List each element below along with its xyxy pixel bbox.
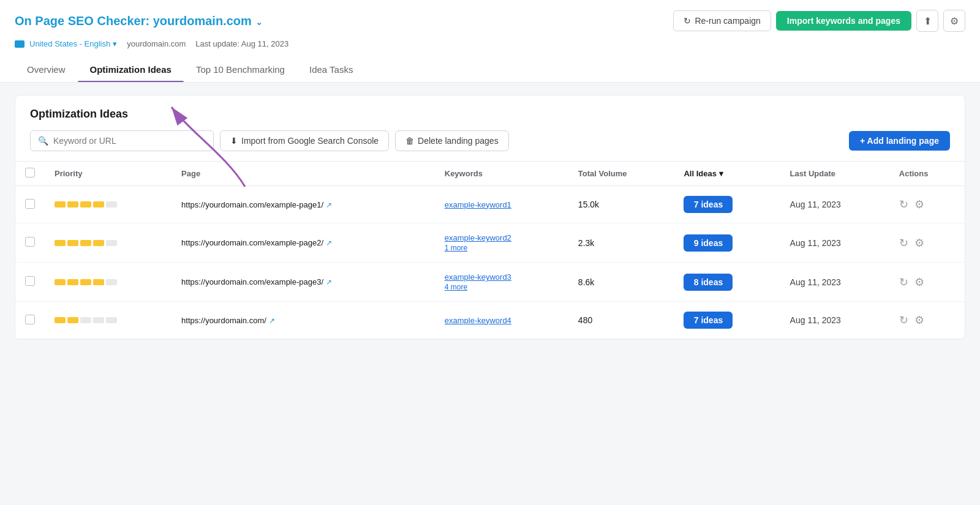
tab-overview[interactable]: Overview (15, 57, 78, 82)
last-update-cell: Aug 11, 2023 (780, 302, 889, 339)
import-keywords-button[interactable]: Import keywords and pages (776, 11, 911, 31)
keyword-link[interactable]: example-keyword3 (445, 272, 559, 282)
action-icons: ↻ ⚙ (899, 236, 955, 250)
priority-bar-empty (80, 317, 91, 323)
priority-bar-filled (93, 201, 104, 208)
col-keywords: Keywords (435, 162, 568, 186)
all-ideas-filter-button[interactable]: All Ideas ▾ (684, 169, 723, 178)
page-url: https://yourdomain.com/example-page3/↗ (181, 277, 425, 286)
header-actions: ↻ Re-run campaign Import keywords and pa… (673, 10, 965, 32)
priority-bar-filled (67, 317, 78, 323)
import-gsc-button[interactable]: ⬇ Import from Google Search Console (220, 130, 389, 151)
table-row: https://yourdomain.com/example-page1/↗ex… (15, 186, 965, 223)
priority-bar-filled (55, 317, 66, 323)
more-keywords-link[interactable]: 1 more (445, 244, 467, 252)
last-update-cell: Aug 11, 2023 (780, 263, 889, 302)
table-row: https://yourdomain.com/↗example-keyword4… (15, 302, 965, 339)
row-checkbox[interactable] (25, 199, 35, 209)
keyword-link[interactable]: example-keyword1 (445, 200, 559, 209)
domain-chevron-icon[interactable]: ⌄ (253, 17, 263, 27)
refresh-icon[interactable]: ↻ (899, 236, 908, 250)
import-icon: ⬇ (230, 136, 238, 146)
external-link-icon[interactable]: ↗ (326, 201, 332, 209)
search-box[interactable]: 🔍 (30, 130, 214, 151)
priority-indicator (55, 317, 162, 323)
ideas-badge[interactable]: 7 ideas (684, 196, 733, 213)
search-input[interactable] (53, 136, 206, 146)
ideas-badge[interactable]: 8 ideas (684, 274, 733, 291)
external-link-icon[interactable]: ↗ (326, 278, 332, 286)
refresh-icon[interactable]: ↻ (899, 198, 908, 211)
tab-optimization-ideas[interactable]: Optimization Ideas (78, 57, 184, 82)
priority-bar-filled (55, 201, 66, 208)
ideas-badge[interactable]: 9 ideas (684, 234, 733, 252)
priority-indicator (55, 201, 162, 208)
more-keywords-link[interactable]: 4 more (445, 283, 467, 291)
external-link-icon[interactable]: ↗ (326, 239, 332, 247)
tab-idea-tasks[interactable]: Idea Tasks (297, 57, 365, 82)
table-header-row: Priority Page Keywords Total Volume All … (15, 162, 965, 186)
select-all-checkbox[interactable] (25, 168, 35, 178)
volume-cell: 15.0k (568, 186, 674, 223)
card-title: Optimization Ideas (30, 108, 950, 121)
header-sub: United States - English ▾ yourdomain.com… (15, 39, 965, 57)
delete-landing-button[interactable]: 🗑 Delete landing pages (395, 130, 509, 151)
priority-bar-filled (67, 240, 78, 246)
share-button[interactable]: ⬆ (916, 10, 938, 32)
last-update-cell: Aug 11, 2023 (780, 223, 889, 263)
settings-row-icon[interactable]: ⚙ (914, 236, 924, 250)
locale-label: United States - English (29, 39, 110, 48)
keyword-link[interactable]: example-keyword4 (445, 316, 559, 325)
priority-indicator (55, 279, 162, 285)
toolbar: 🔍 ⬇ Import from Google Search Console 🗑 … (30, 130, 950, 161)
page-url: https://yourdomain.com/example-page2/↗ (181, 238, 425, 247)
add-landing-button[interactable]: + Add landing page (849, 131, 950, 151)
row-checkbox[interactable] (25, 237, 35, 247)
rerun-button[interactable]: ↻ Re-run campaign (673, 10, 771, 31)
priority-bar-filled (55, 279, 66, 285)
header: On Page SEO Checker: yourdomain.com ⌄ ↻ … (0, 0, 980, 83)
col-ideas[interactable]: All Ideas ▾ (674, 162, 780, 186)
priority-bar-filled (80, 201, 91, 208)
table-row: https://yourdomain.com/example-page3/↗ex… (15, 263, 965, 302)
priority-bar-filled (67, 201, 78, 208)
tab-top10[interactable]: Top 10 Benchmarking (184, 57, 297, 82)
settings-row-icon[interactable]: ⚙ (914, 198, 924, 211)
gear-icon: ⚙ (950, 15, 959, 27)
row-checkbox[interactable] (25, 276, 35, 286)
col-last-update: Last Update (780, 162, 889, 186)
col-checkbox (15, 162, 45, 186)
col-volume: Total Volume (568, 162, 674, 186)
col-priority: Priority (45, 162, 172, 186)
tabs: Overview Optimization Ideas Top 10 Bench… (15, 57, 965, 82)
page-url: https://yourdomain.com/example-page1/↗ (181, 200, 425, 209)
page-title: On Page SEO Checker: yourdomain.com ⌄ (15, 14, 263, 28)
results-table: Priority Page Keywords Total Volume All … (15, 161, 965, 339)
refresh-icon[interactable]: ↻ (899, 313, 908, 327)
row-checkbox[interactable] (25, 315, 35, 324)
settings-row-icon[interactable]: ⚙ (914, 275, 924, 289)
share-icon: ⬆ (924, 15, 932, 27)
locale-chevron-icon: ▾ (113, 39, 117, 48)
settings-button[interactable]: ⚙ (943, 10, 965, 32)
keyword-link[interactable]: example-keyword2 (445, 233, 559, 242)
optimization-ideas-card: Optimization Ideas 🔍 ⬇ Import from Googl… (15, 95, 965, 340)
settings-row-icon[interactable]: ⚙ (914, 313, 924, 327)
domain-link[interactable]: yourdomain.com (153, 14, 252, 28)
priority-bar-filled (93, 279, 104, 285)
priority-bar-filled (93, 240, 104, 246)
ideas-badge[interactable]: 7 ideas (684, 312, 733, 329)
priority-bar-empty (106, 201, 117, 208)
table-row: https://yourdomain.com/example-page2/↗ex… (15, 223, 965, 263)
refresh-icon[interactable]: ↻ (899, 275, 908, 289)
card-header: Optimization Ideas 🔍 ⬇ Import from Googl… (15, 95, 965, 161)
locale-button[interactable]: United States - English ▾ (15, 39, 117, 48)
col-page: Page (172, 162, 435, 186)
domain-label: yourdomain.com (127, 39, 186, 48)
external-link-icon[interactable]: ↗ (269, 316, 275, 325)
main-content: Optimization Ideas 🔍 ⬇ Import from Googl… (0, 83, 980, 352)
volume-cell: 480 (568, 302, 674, 339)
page-url: https://yourdomain.com/↗ (181, 316, 425, 325)
search-icon: 🔍 (38, 136, 48, 146)
priority-bar-empty (106, 317, 117, 323)
